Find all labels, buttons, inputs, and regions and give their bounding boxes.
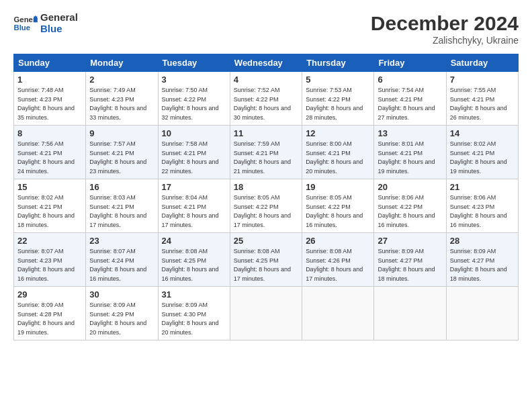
day-info: Sunrise: 7:57 AMSunset: 4:21 PMDaylight:… (89, 140, 154, 176)
day-number: 13 (378, 128, 442, 138)
main-container: General Blue General Blue December 2024 … (0, 0, 532, 347)
calendar-day-cell: 9Sunrise: 7:57 AMSunset: 4:21 PMDaylight… (86, 126, 158, 179)
day-info: Sunrise: 8:08 AMSunset: 4:25 PMDaylight:… (234, 247, 298, 283)
day-number: 21 (450, 182, 515, 192)
calendar-day-cell: 27Sunrise: 8:09 AMSunset: 4:27 PMDayligh… (374, 233, 446, 287)
calendar-day-cell: 31Sunrise: 8:09 AMSunset: 4:30 PMDayligh… (158, 287, 230, 340)
calendar-day-cell: 8Sunrise: 7:56 AMSunset: 4:21 PMDaylight… (14, 126, 86, 179)
day-number: 27 (378, 236, 442, 246)
day-number: 7 (450, 75, 515, 85)
day-number: 14 (450, 128, 515, 138)
day-info: Sunrise: 8:01 AMSunset: 4:21 PMDaylight:… (378, 140, 442, 176)
day-info: Sunrise: 8:09 AMSunset: 4:28 PMDaylight:… (17, 301, 82, 337)
calendar-day-cell: 13Sunrise: 8:01 AMSunset: 4:21 PMDayligh… (374, 126, 446, 179)
day-number: 25 (234, 236, 298, 246)
day-info: Sunrise: 7:50 AMSunset: 4:22 PMDaylight:… (162, 86, 226, 122)
day-info: Sunrise: 7:49 AMSunset: 4:23 PMDaylight:… (89, 86, 154, 122)
day-info: Sunrise: 8:05 AMSunset: 4:22 PMDaylight:… (306, 193, 370, 230)
title-block: December 2024 Zalishchyky, Ukraine (371, 12, 519, 46)
calendar-day-cell: 16Sunrise: 8:03 AMSunset: 4:21 PMDayligh… (86, 179, 158, 233)
svg-text:Blue: Blue (14, 23, 31, 31)
day-number: 19 (306, 182, 370, 192)
month-title: December 2024 (371, 12, 519, 35)
day-number: 12 (306, 128, 370, 138)
day-number: 3 (162, 75, 226, 85)
day-number: 11 (234, 128, 298, 138)
calendar-day-cell: 29Sunrise: 8:09 AMSunset: 4:28 PMDayligh… (14, 287, 86, 340)
calendar-week-row: 22Sunrise: 8:07 AMSunset: 4:23 PMDayligh… (14, 233, 519, 287)
day-number: 4 (234, 75, 298, 85)
day-info: Sunrise: 7:54 AMSunset: 4:21 PMDaylight:… (378, 86, 442, 122)
day-number: 9 (89, 128, 154, 138)
calendar-day-cell: 19Sunrise: 8:05 AMSunset: 4:22 PMDayligh… (302, 179, 374, 233)
calendar-day-cell: 5Sunrise: 7:53 AMSunset: 4:22 PMDaylight… (302, 72, 374, 126)
day-number: 17 (162, 182, 226, 192)
calendar-day-cell: 4Sunrise: 7:52 AMSunset: 4:22 PMDaylight… (230, 72, 302, 126)
logo: General Blue General Blue (13, 12, 78, 34)
location: Zalishchyky, Ukraine (371, 35, 519, 46)
calendar-day-cell: 10Sunrise: 7:58 AMSunset: 4:21 PMDayligh… (158, 126, 230, 179)
calendar-table: Sunday Monday Tuesday Wednesday Thursday… (13, 54, 519, 340)
calendar-day-cell: 1Sunrise: 7:48 AMSunset: 4:23 PMDaylight… (14, 72, 86, 126)
day-info: Sunrise: 8:08 AMSunset: 4:25 PMDaylight:… (162, 247, 226, 283)
col-thursday: Thursday (302, 54, 374, 72)
day-info: Sunrise: 8:09 AMSunset: 4:27 PMDaylight:… (378, 247, 442, 283)
day-info: Sunrise: 8:06 AMSunset: 4:22 PMDaylight:… (378, 193, 442, 230)
day-info: Sunrise: 8:00 AMSunset: 4:21 PMDaylight:… (306, 140, 370, 176)
logo-blue: Blue (40, 24, 78, 35)
day-info: Sunrise: 7:59 AMSunset: 4:21 PMDaylight:… (234, 140, 298, 176)
day-info: Sunrise: 7:58 AMSunset: 4:21 PMDaylight:… (162, 140, 226, 176)
col-friday: Friday (374, 54, 446, 72)
logo-general: General (40, 12, 78, 24)
day-info: Sunrise: 8:05 AMSunset: 4:22 PMDaylight:… (234, 193, 298, 230)
calendar-day-cell: 11Sunrise: 7:59 AMSunset: 4:21 PMDayligh… (230, 126, 302, 179)
day-number: 5 (306, 75, 370, 85)
calendar-day-cell: 20Sunrise: 8:06 AMSunset: 4:22 PMDayligh… (374, 179, 446, 233)
calendar-day-cell: 14Sunrise: 8:02 AMSunset: 4:21 PMDayligh… (446, 126, 518, 179)
page-header: General Blue General Blue December 2024 … (13, 12, 519, 46)
calendar-day-cell: 24Sunrise: 8:08 AMSunset: 4:25 PMDayligh… (158, 233, 230, 287)
day-info: Sunrise: 7:52 AMSunset: 4:22 PMDaylight:… (234, 86, 298, 122)
day-info: Sunrise: 8:02 AMSunset: 4:21 PMDaylight:… (450, 140, 515, 176)
col-tuesday: Tuesday (158, 54, 230, 72)
day-number: 8 (17, 128, 82, 138)
day-number: 10 (162, 128, 226, 138)
logo-icon: General Blue (13, 14, 38, 33)
day-info: Sunrise: 8:08 AMSunset: 4:26 PMDaylight:… (306, 247, 370, 283)
day-info: Sunrise: 7:55 AMSunset: 4:21 PMDaylight:… (450, 86, 515, 122)
day-number: 22 (17, 236, 82, 246)
calendar-header-row: Sunday Monday Tuesday Wednesday Thursday… (14, 54, 519, 72)
day-info: Sunrise: 8:07 AMSunset: 4:24 PMDaylight:… (89, 247, 154, 283)
calendar-day-cell: 25Sunrise: 8:08 AMSunset: 4:25 PMDayligh… (230, 233, 302, 287)
calendar-day-cell (374, 287, 446, 340)
calendar-day-cell (230, 287, 302, 340)
day-number: 18 (234, 182, 298, 192)
day-info: Sunrise: 8:07 AMSunset: 4:23 PMDaylight:… (17, 247, 82, 283)
day-number: 20 (378, 182, 442, 192)
calendar-day-cell: 2Sunrise: 7:49 AMSunset: 4:23 PMDaylight… (86, 72, 158, 126)
calendar-day-cell: 21Sunrise: 8:06 AMSunset: 4:23 PMDayligh… (446, 179, 518, 233)
calendar-day-cell: 17Sunrise: 8:04 AMSunset: 4:21 PMDayligh… (158, 179, 230, 233)
calendar-day-cell: 26Sunrise: 8:08 AMSunset: 4:26 PMDayligh… (302, 233, 374, 287)
calendar-day-cell: 12Sunrise: 8:00 AMSunset: 4:21 PMDayligh… (302, 126, 374, 179)
day-info: Sunrise: 8:06 AMSunset: 4:23 PMDaylight:… (450, 193, 515, 230)
calendar-day-cell: 28Sunrise: 8:09 AMSunset: 4:27 PMDayligh… (446, 233, 518, 287)
calendar-week-row: 29Sunrise: 8:09 AMSunset: 4:28 PMDayligh… (14, 287, 519, 340)
day-number: 24 (162, 236, 226, 246)
day-info: Sunrise: 8:04 AMSunset: 4:21 PMDaylight:… (162, 193, 226, 230)
calendar-day-cell: 23Sunrise: 8:07 AMSunset: 4:24 PMDayligh… (86, 233, 158, 287)
day-info: Sunrise: 8:02 AMSunset: 4:21 PMDaylight:… (17, 193, 82, 230)
calendar-day-cell: 7Sunrise: 7:55 AMSunset: 4:21 PMDaylight… (446, 72, 518, 126)
calendar-week-row: 15Sunrise: 8:02 AMSunset: 4:21 PMDayligh… (14, 179, 519, 233)
calendar-day-cell: 3Sunrise: 7:50 AMSunset: 4:22 PMDaylight… (158, 72, 230, 126)
calendar-day-cell: 6Sunrise: 7:54 AMSunset: 4:21 PMDaylight… (374, 72, 446, 126)
day-info: Sunrise: 7:56 AMSunset: 4:21 PMDaylight:… (17, 140, 82, 176)
day-number: 1 (17, 75, 82, 85)
calendar-day-cell (446, 287, 518, 340)
day-info: Sunrise: 8:09 AMSunset: 4:29 PMDaylight:… (89, 301, 154, 337)
calendar-week-row: 8Sunrise: 7:56 AMSunset: 4:21 PMDaylight… (14, 126, 519, 179)
day-number: 28 (450, 236, 515, 246)
col-sunday: Sunday (14, 54, 86, 72)
day-info: Sunrise: 7:53 AMSunset: 4:22 PMDaylight:… (306, 86, 370, 122)
day-number: 26 (306, 236, 370, 246)
